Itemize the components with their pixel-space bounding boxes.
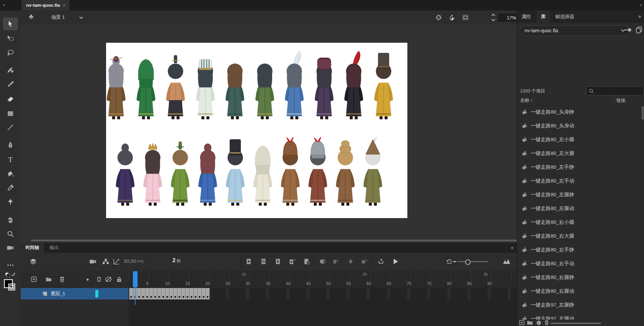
fps-control[interactable]: 30,00FPS [123, 258, 144, 264]
library-item[interactable]: 一键走路80_左手动 [517, 174, 644, 188]
collapse-toolbar-button[interactable]: « [3, 3, 5, 7]
add-layer-button[interactable] [30, 275, 38, 284]
library-item[interactable]: 一键走路80_右手动 [517, 257, 644, 271]
character-sprite-row1[interactable] [190, 50, 220, 121]
outline-box-button[interactable] [95, 275, 103, 284]
keyframe-dot[interactable] [207, 296, 208, 298]
library-item[interactable]: 一键走路80_右大腿 [517, 229, 644, 243]
character-sprite-row2[interactable] [220, 137, 250, 207]
stage-canvas[interactable] [106, 43, 407, 218]
keyframe-dot[interactable] [130, 296, 132, 298]
library-item[interactable]: 一键走路80_头身静 [517, 105, 644, 119]
rotate-view-icon[interactable] [448, 13, 456, 22]
column-header-name[interactable]: 名称 ↑ [520, 97, 533, 104]
delete-layer-button[interactable] [58, 275, 66, 284]
auto-keyframe-button[interactable]: A [287, 257, 297, 267]
character-sprite-row2[interactable] [248, 137, 278, 207]
lasso-tool[interactable] [3, 46, 18, 59]
new-folder-button[interactable] [527, 320, 533, 326]
lock-all-button[interactable] [115, 275, 123, 284]
panel-tab-属性[interactable]: 属性 [517, 10, 535, 23]
insert-keyframe-button[interactable] [244, 257, 254, 267]
character-sprite-row2[interactable] [110, 137, 140, 207]
library-item[interactable]: 一键走路80_右小腿 [517, 215, 644, 229]
column-divider[interactable] [614, 96, 614, 105]
timeline-tab-输出[interactable]: 输出 [45, 243, 63, 253]
center-frame-icon[interactable] [434, 13, 443, 22]
keyframe-dot[interactable] [166, 296, 168, 298]
library-item[interactable]: 一键走路80_右手静 [517, 243, 644, 257]
selection-tool[interactable] [3, 17, 18, 30]
hand-tool[interactable] [3, 214, 18, 227]
outline-dot-button[interactable] [83, 275, 92, 284]
keyframe-dot[interactable] [158, 296, 160, 298]
new-library-panel-icon[interactable] [635, 26, 643, 34]
insert-frame-button[interactable] [273, 257, 283, 267]
playhead-marker[interactable] [133, 271, 138, 287]
zoom-tool[interactable] [3, 228, 18, 240]
character-sprite-row1[interactable] [250, 50, 280, 121]
graph-editor-button[interactable] [111, 257, 121, 267]
keyframe-dot[interactable] [199, 296, 200, 298]
panel-tab-库[interactable]: 库 [537, 10, 550, 23]
panel-menu-icon[interactable]: ≡ [638, 14, 641, 19]
library-horizontal-scrollbar[interactable] [551, 323, 601, 324]
keyframe-dot[interactable] [203, 296, 204, 298]
keyframe-dot[interactable] [142, 296, 144, 298]
eraser-tool[interactable] [3, 92, 18, 105]
character-sprite-row2[interactable] [193, 137, 223, 207]
zoom-stepper[interactable] [491, 13, 496, 22]
library-item[interactable]: 一键走路80_右腿静 [517, 271, 644, 284]
character-sprite-row2[interactable] [330, 137, 360, 207]
library-item[interactable]: 一键走路80_右腿动 [517, 284, 644, 298]
character-sprite-row1[interactable] [160, 50, 191, 121]
character-sprite-row1[interactable] [279, 50, 309, 121]
panel-tab-帧选择器[interactable]: 帧选择器 [551, 10, 579, 23]
create-shape-tween-button[interactable] [346, 257, 356, 267]
hide-all-button[interactable] [104, 275, 113, 284]
library-item[interactable]: 一键走路80_左腿动 [517, 202, 644, 215]
fluid-brush-tool[interactable] [3, 64, 18, 76]
keyframe-dot[interactable] [146, 296, 148, 298]
keyframe-dot[interactable] [183, 296, 184, 298]
rectangle-tool[interactable] [3, 107, 18, 120]
timeline-panel-menu-icon[interactable]: ≡ [511, 245, 513, 250]
pin-library-icon[interactable] [624, 27, 632, 33]
subselection-tool[interactable] [3, 32, 18, 45]
fps-value[interactable]: 30,00 [123, 258, 136, 264]
library-item[interactable]: 一键走路80_左大腿 [517, 147, 644, 160]
pen-tool[interactable] [3, 139, 18, 152]
stepper-up-icon[interactable] [491, 13, 495, 16]
frame-number-ruler[interactable]: 51015202530354045505560657075808590 [129, 279, 517, 288]
library-item[interactable]: 一键走路80_头身动 [517, 119, 644, 133]
play-button[interactable] [391, 257, 401, 267]
paint-bucket-tool[interactable] [3, 168, 18, 180]
collapse-panel-button[interactable]: » [640, 3, 642, 7]
character-sprite-row2[interactable] [138, 137, 168, 207]
library-search-field[interactable] [586, 86, 644, 95]
layer-name[interactable]: 图层_1 [51, 291, 65, 297]
stage-horizontal-scrollbar[interactable] [31, 240, 517, 241]
close-tab-icon[interactable]: × [63, 3, 66, 8]
timeline-tab-时间轴[interactable]: 时间轴 [21, 243, 44, 253]
document-tab[interactable]: nv-tam-quoc.fla × [21, 0, 69, 10]
frames-area[interactable]: 1s2s3s 510152025303540455055606570758085… [129, 271, 517, 326]
library-item[interactable]: 一键走路80_左小腿 [517, 133, 644, 147]
line-tool[interactable] [3, 121, 18, 134]
layer-row[interactable]: 图层_1 [21, 288, 129, 299]
keyframe-dot[interactable] [150, 296, 152, 298]
keyframe-dot[interactable] [195, 296, 196, 298]
keyframe-dot[interactable] [187, 296, 188, 298]
keyframe-dot[interactable] [191, 296, 192, 298]
clip-content-icon[interactable] [461, 13, 470, 22]
keyframe-dot[interactable] [175, 296, 176, 298]
character-sprite-row2[interactable] [165, 137, 195, 207]
delete-item-button[interactable] [543, 320, 550, 326]
pasteboard[interactable] [21, 24, 517, 243]
frame-view-button[interactable] [501, 257, 511, 267]
library-item[interactable]: 一键走路97_左腿静 [517, 298, 644, 312]
library-document-select[interactable]: nv-tam-quoc.fla [519, 25, 630, 36]
frame-span-tween-button[interactable] [359, 257, 369, 267]
add-folder-button[interactable] [44, 275, 53, 284]
stepper-down-icon[interactable] [491, 19, 495, 22]
